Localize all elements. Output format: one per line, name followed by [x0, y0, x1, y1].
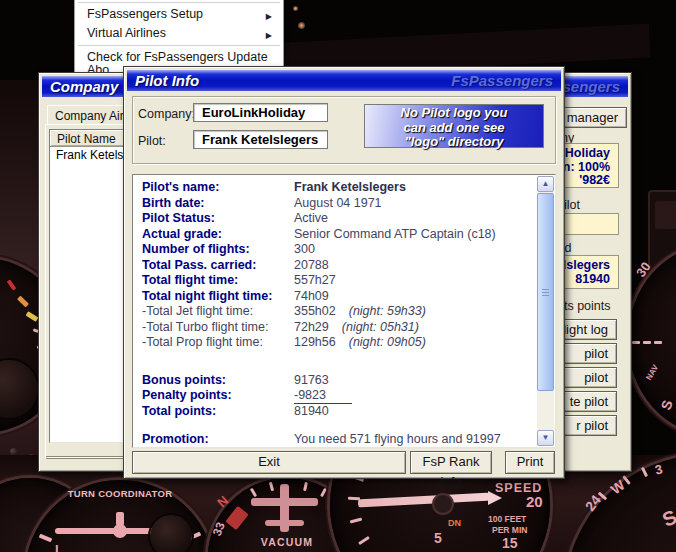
dg-s-label: S [659, 505, 676, 531]
stat-value: 72h29 [294, 320, 329, 336]
stat-night-value: (night: 59h33) [349, 304, 426, 320]
stat-label: Total Pass. carried: [142, 258, 294, 274]
button-label: Exit [258, 454, 280, 469]
distant-light [298, 22, 305, 29]
stat-row: Total night flight time:74h09 [142, 289, 531, 305]
stat-row: -Total Prop flight time:129h56(night: 09… [142, 335, 531, 351]
scroll-down-icon: ▼ [542, 433, 550, 442]
dg-3-label: 3 [653, 461, 664, 477]
radio-display [655, 201, 676, 229]
stat-row: Total flight time:557h27 [142, 273, 531, 289]
stat-value: 91763 [294, 373, 329, 389]
tc-airplane-fin [116, 512, 124, 526]
print-button[interactable]: Print [505, 451, 555, 474]
stat-label: Total points: [142, 404, 294, 420]
column-header-label: Pilot Name [57, 132, 116, 146]
stat-value: 129h56 [294, 335, 336, 351]
pilot-field-label: Pilot: [138, 134, 166, 148]
company-window-title: Company [50, 78, 118, 95]
vsi-hub [432, 493, 454, 515]
stat-label: -Total Jet flight time: [142, 304, 294, 320]
stat-label: Pilot Status: [142, 211, 294, 227]
menu-item-label: FsPassengers Setup [87, 7, 203, 21]
fsp-rank-info-button[interactable]: FsP Rank info [410, 451, 492, 474]
stat-value: You need 571 flying hours and 91997 [294, 432, 501, 448]
logo-text-line: can add one see [365, 121, 543, 136]
stat-label: Total flight time: [142, 273, 294, 289]
stat-row: Penalty points:-9823 [142, 388, 531, 404]
vsi-20-label: 20 [526, 493, 543, 510]
stat-label: Pilot's name: [142, 180, 294, 196]
cs-s-label: S [658, 398, 676, 412]
menu-item-virtual-airlines[interactable]: Virtual Airlines ▶ [76, 26, 282, 41]
menu-item-label: Virtual Airlines [87, 26, 166, 40]
stat-row: Actual grade:Senior Command ATP Captain … [142, 227, 531, 243]
stat-label: Promotion: [142, 432, 294, 448]
stat-value: 557h27 [294, 273, 336, 289]
vertical-scrollbar[interactable]: ▲ ▼ [537, 176, 554, 446]
button-label: pilot [584, 370, 608, 385]
stat-value: 20788 [294, 258, 329, 274]
scrollbar-thumb[interactable] [537, 193, 554, 391]
scroll-up-icon: ▲ [542, 179, 550, 188]
menu-separator [78, 2, 280, 3]
panel-screw [10, 448, 17, 455]
hi-red-wedge [225, 506, 248, 530]
vsi-5-label: 5 [434, 530, 442, 546]
tc-airplane-hub [113, 524, 127, 538]
pilot-stats-scrollarea[interactable]: Pilot's name:Frank Ketelslegers Birth da… [132, 174, 556, 448]
stat-value: 300 [294, 242, 315, 258]
button-label: Print [517, 454, 544, 469]
stat-row: Pilot's name:Frank Ketelslegers [142, 180, 531, 196]
vsi-15-label: 15 [502, 535, 518, 551]
stat-row: -Total Turbo flight time:72h29(night: 05… [142, 320, 531, 336]
stat-label: Total night flight time: [142, 289, 294, 305]
pilot-stats: Pilot's name:Frank Ketelslegers Birth da… [142, 180, 531, 448]
stat-label: Birth date: [142, 196, 294, 212]
tc-l-label: L [55, 542, 63, 552]
stat-row: Bonus points:91763 [142, 373, 531, 389]
stat-row: Birth date:August 04 1971 [142, 196, 531, 212]
stat-label: -Total Turbo flight time: [142, 320, 294, 336]
stat-value: Senior Command ATP Captain (c18) [294, 227, 496, 243]
vsi-needle [358, 493, 490, 508]
turn-coordinator-label: TURN COORDINATOR [25, 488, 215, 499]
stat-value: 74h09 [294, 289, 329, 305]
stat-row: Promotion:You need 571 flying hours and … [142, 432, 531, 448]
stat-value: Frank Ketelslegers [294, 180, 406, 196]
stat-value: 355h02 [294, 304, 336, 320]
pilot-info-titlebar: Pilot Info FsPassengers [127, 70, 561, 91]
scroll-up-button[interactable]: ▲ [537, 176, 554, 192]
company-field-label: Company: [138, 107, 195, 121]
menu-item-fspassengers-setup[interactable]: FsPassengers Setup ▶ [76, 7, 282, 22]
pilot-field-value: Frank Ketelslegers [202, 132, 318, 147]
vsi-dn-label: DN [448, 518, 461, 528]
button-label: te pilot [570, 394, 608, 409]
stat-row: Total points:81940 [142, 404, 531, 420]
submenu-arrow-icon: ▶ [266, 28, 272, 43]
logo-text-line: No Pilot logo you [365, 106, 543, 121]
menu-separator [78, 45, 280, 46]
stat-value: August 04 1971 [294, 196, 382, 212]
company-field[interactable]: EuroLinkHoliday [193, 103, 328, 122]
vsi-permin-label: PER MIN [492, 525, 527, 535]
vsi-100feet-label: 100 FEET [488, 514, 526, 524]
exit-button[interactable]: Exit [132, 451, 406, 474]
stat-value: -9823 [294, 388, 352, 404]
scroll-down-button[interactable]: ▼ [537, 430, 554, 446]
compass-strip-gauge: 30 NAV S [628, 245, 676, 435]
stat-label: Number of flights: [142, 242, 294, 258]
stat-value: Active [294, 211, 328, 227]
logo-text-line: "logo" directory [365, 135, 543, 150]
button-label: manager [567, 110, 618, 125]
pilot-info-dialog: Pilot Info FsPassengers Company: EuroLin… [123, 66, 565, 479]
hi-airplane-wings [251, 498, 318, 506]
menu-item-label: Check for FsPassengers Update [87, 50, 268, 64]
pilot-logo-placeholder: No Pilot logo you can add one see "logo"… [364, 104, 544, 148]
pilot-field[interactable]: Frank Ketelslegers [193, 130, 328, 149]
stat-row: Number of flights:300 [142, 242, 531, 258]
stat-row: Total Pass. carried:20788 [142, 258, 531, 274]
button-label: pilot [584, 346, 608, 361]
stat-label: -Total Prop flight time: [142, 335, 294, 351]
stat-label: Actual grade: [142, 227, 294, 243]
